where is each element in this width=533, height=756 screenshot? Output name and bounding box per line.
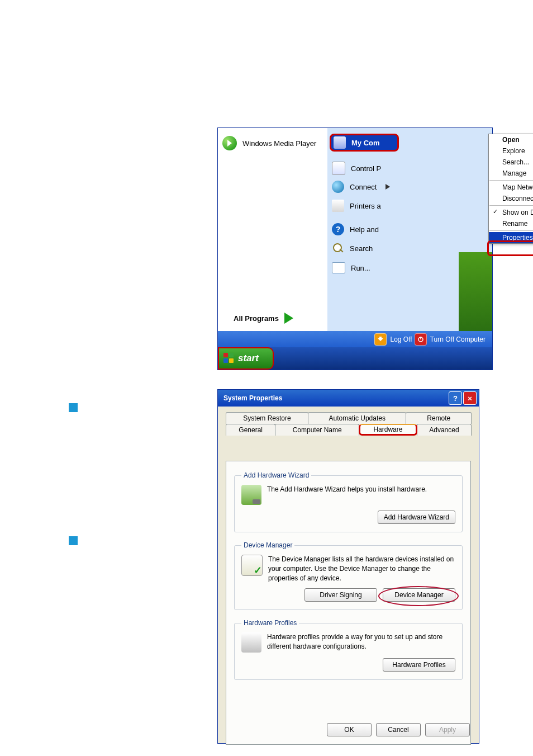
start-item-label: Search [350, 244, 373, 253]
start-item-label: Help and [350, 225, 379, 234]
help-icon: ? [332, 223, 344, 235]
group-text: The Add Hardware Wizard helps you instal… [267, 485, 427, 505]
tab-panel-hardware: Add Hardware Wizard The Add Hardware Wiz… [226, 461, 471, 745]
help-button[interactable]: ? [449, 391, 462, 405]
control-panel-icon [332, 162, 345, 175]
chevron-right-icon [386, 184, 390, 190]
log-off-label: Log Off [390, 336, 412, 343]
group-hardware-profiles: Hardware Profiles Hardware profiles prov… [234, 619, 463, 680]
menu-explore[interactable]: Explore [489, 145, 533, 157]
dialog-titlebar: System Properties ? × [218, 390, 479, 407]
start-label: start [238, 353, 259, 364]
start-item-printers[interactable]: Printers a [332, 200, 393, 212]
windows-logo-icon [223, 353, 235, 364]
tab-system-restore[interactable]: System Restore [226, 412, 308, 424]
bullet [69, 536, 78, 545]
start-item-help[interactable]: ? Help and [332, 223, 393, 235]
start-item-connect[interactable]: Connect [332, 181, 393, 193]
start-button[interactable]: start [218, 347, 274, 370]
apply-button[interactable]: Apply [425, 723, 470, 736]
hardware-profiles-button[interactable]: Hardware Profiles [383, 658, 455, 672]
my-computer-icon [334, 136, 346, 149]
menu-open[interactable]: Open [489, 134, 533, 145]
cancel-button[interactable]: Cancel [376, 723, 421, 736]
bullet [69, 403, 78, 412]
group-text: Hardware profiles provide a way for you … [267, 632, 455, 653]
driver-signing-button[interactable]: Driver Signing [304, 588, 377, 602]
start-item-control-panel[interactable]: Control P [332, 162, 393, 175]
device-manager-button[interactable]: Device Manager [383, 588, 455, 602]
device-manager-icon [241, 555, 263, 576]
globe-icon [332, 181, 344, 193]
ok-button[interactable]: OK [327, 723, 372, 736]
start-item-search[interactable]: Search [332, 242, 393, 254]
menu-disconnect-drive[interactable]: Disconnect Network Drive... [489, 193, 533, 204]
all-programs-label: All Programs [234, 314, 279, 323]
tab-automatic-updates[interactable]: Automatic Updates [308, 412, 406, 424]
hardware-wizard-icon [241, 485, 261, 505]
start-menu-footer: Log Off Turn Off Computer [218, 331, 492, 347]
start-item-label: Printers a [350, 202, 381, 210]
start-menu: Windows Media Player All Programs My Com… [217, 127, 493, 370]
start-item-run[interactable]: Run... [332, 262, 393, 273]
all-programs[interactable]: All Programs [234, 313, 293, 324]
arrow-right-icon [284, 313, 293, 324]
menu-separator [489, 205, 533, 206]
turn-off-button[interactable]: Turn Off Computer [415, 333, 486, 346]
log-off-icon [374, 333, 387, 346]
menu-search[interactable]: Search... [489, 157, 533, 168]
power-icon [415, 333, 427, 346]
start-menu-left-column: Windows Media Player All Programs [218, 128, 327, 331]
start-item-label: Windows Media Player [242, 139, 316, 148]
menu-separator [489, 180, 533, 181]
start-item-my-computer[interactable]: My Com [330, 134, 399, 152]
start-item-wmp[interactable]: Windows Media Player [222, 136, 323, 150]
group-add-hardware: Add Hardware Wizard The Add Hardware Wiz… [234, 471, 463, 532]
add-hardware-wizard-button[interactable]: Add Hardware Wizard [378, 511, 455, 524]
tab-strip: System Restore Automatic Updates Remote … [226, 412, 471, 437]
log-off-button[interactable]: Log Off [374, 333, 412, 346]
tab-remote[interactable]: Remote [406, 412, 472, 424]
group-legend: Hardware Profiles [241, 619, 299, 627]
group-legend: Add Hardware Wizard [241, 471, 311, 479]
dialog-footer: OK Cancel Apply [327, 723, 470, 736]
close-button[interactable]: × [463, 391, 477, 405]
context-menu: Open Explore Search... Manage Map Networ… [488, 134, 533, 244]
hardware-profiles-icon [241, 632, 261, 653]
menu-map-drive[interactable]: Map Network Drive... [489, 182, 533, 193]
tab-hardware[interactable]: Hardware [359, 424, 417, 436]
run-icon [332, 262, 345, 273]
wmp-icon [222, 136, 237, 150]
tab-advanced[interactable]: Advanced [417, 424, 472, 436]
turn-off-label: Turn Off Computer [430, 336, 486, 343]
printer-icon [332, 200, 344, 212]
desktop-background [459, 252, 492, 331]
menu-rename[interactable]: Rename [489, 218, 533, 229]
start-item-label: Control P [351, 164, 381, 173]
search-icon [332, 242, 344, 254]
tab-computer-name[interactable]: Computer Name [275, 424, 359, 436]
menu-manage[interactable]: Manage [489, 168, 533, 179]
menu-properties[interactable]: Properties [489, 232, 533, 243]
dialog-title: System Properties [223, 394, 282, 402]
start-item-label: My Com [351, 139, 380, 147]
menu-separator [489, 230, 533, 231]
tab-general[interactable]: General [226, 424, 275, 436]
group-legend: Device Manager [241, 541, 294, 549]
start-menu-right-column: My Com Control P Connect Printers a ? He… [327, 128, 492, 331]
dialog-body: System Restore Automatic Updates Remote … [218, 407, 479, 750]
start-item-label: Connect [350, 183, 377, 191]
group-text: The Device Manager lists all the hardwar… [268, 555, 455, 583]
system-properties-dialog: System Properties ? × System Restore Aut… [217, 389, 479, 744]
start-item-label: Run... [351, 264, 370, 272]
menu-show-desktop[interactable]: Show on Desktop [489, 207, 533, 218]
group-device-manager: Device Manager The Device Manager lists … [234, 541, 463, 610]
